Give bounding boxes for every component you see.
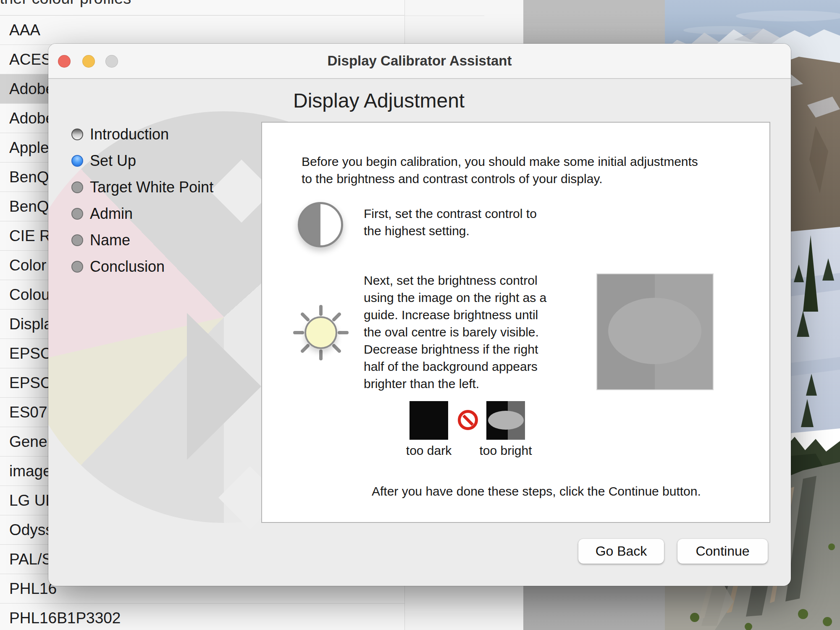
too-bright-oval — [488, 411, 524, 430]
step-conclusion: Conclusion — [71, 257, 165, 276]
contrast-instruction: First, set the contrast control to the h… — [364, 205, 537, 239]
go-back-button[interactable]: Go Back — [578, 539, 664, 564]
step-bullet-icon — [71, 261, 83, 273]
contrast-icon — [298, 202, 343, 247]
step-bullet-icon — [71, 234, 83, 246]
profiles-section-header: Other colour profiles — [0, 0, 131, 8]
brightness-reference-image — [597, 274, 713, 389]
profile-list-item[interactable]: AAA — [0, 16, 404, 45]
close-button[interactable] — [58, 55, 71, 68]
profile-list-item[interactable]: PHL16B1P3302 — [0, 604, 404, 630]
footer-instruction: After you have done these steps, click t… — [372, 483, 701, 500]
step-name: Name — [71, 231, 130, 249]
prohibition-icon — [458, 410, 478, 430]
reference-oval — [608, 298, 701, 364]
screen: Other colour profiles AAA ACES Adobe Ado… — [0, 0, 840, 630]
step-done-bullet-icon — [71, 129, 83, 140]
display-calibrator-assistant-window: Display Calibrator Assistant Display Adj… — [48, 44, 791, 586]
step-current-bullet-icon — [71, 155, 83, 167]
zoom-button-disabled — [105, 55, 118, 68]
minimize-button[interactable] — [82, 55, 95, 68]
step-bullet-icon — [71, 181, 83, 193]
too-dark-sample — [410, 401, 448, 440]
page-title: Display Adjustment — [293, 89, 465, 112]
intro-text: Before you begin calibration, you should… — [302, 153, 698, 187]
window-title: Display Calibrator Assistant — [48, 44, 791, 78]
window-titlebar[interactable]: Display Calibrator Assistant — [48, 44, 791, 79]
too-dark-label: too dark — [393, 444, 465, 458]
step-bullet-icon — [71, 208, 83, 220]
step-set-up: Set Up — [71, 152, 136, 170]
pane-divider-line — [404, 16, 484, 16]
content-panel: Before you begin calibration, you should… — [261, 122, 770, 523]
brightness-sun-icon — [304, 316, 337, 349]
step-introduction: Introduction — [71, 125, 169, 144]
too-bright-label: too bright — [470, 444, 542, 458]
step-target-white-point: Target White Point — [71, 178, 213, 197]
step-admin: Admin — [71, 205, 133, 223]
brightness-instruction: Next, set the brightness control using t… — [364, 272, 546, 392]
too-bright-sample — [486, 401, 525, 440]
continue-button[interactable]: Continue — [677, 539, 768, 564]
